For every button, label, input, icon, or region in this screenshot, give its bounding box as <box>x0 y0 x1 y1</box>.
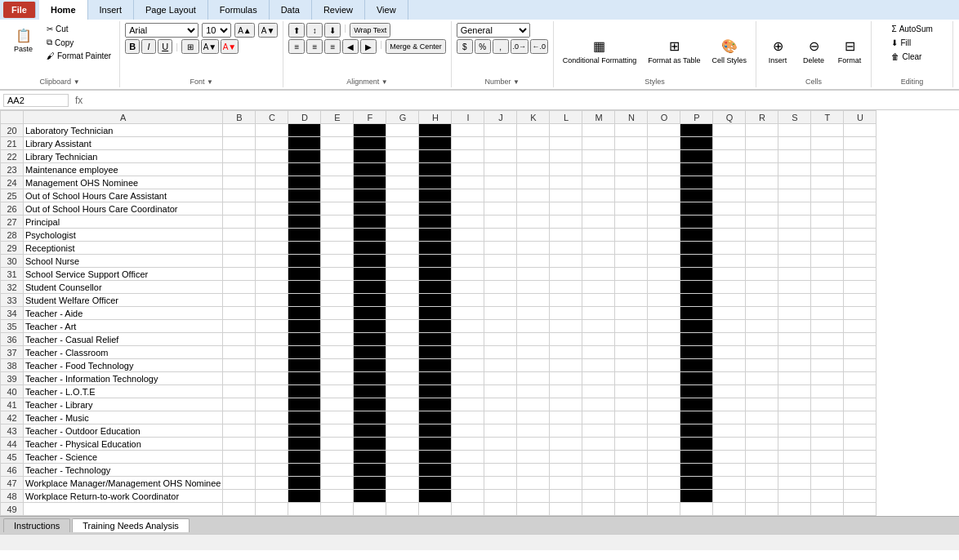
cell-23-m[interactable] <box>582 163 615 176</box>
cell-42-j[interactable] <box>484 411 517 424</box>
cell-45-p[interactable] <box>680 451 713 464</box>
cell-26-g[interactable] <box>386 202 419 216</box>
cell-31-b[interactable] <box>223 268 256 281</box>
cell-37-d[interactable] <box>288 346 321 359</box>
cell-47-u[interactable] <box>844 477 876 490</box>
cell-37-p[interactable] <box>680 346 713 359</box>
cell-48-u[interactable] <box>844 490 876 503</box>
col-header-g[interactable]: G <box>386 111 419 124</box>
cell-27-u[interactable] <box>844 216 876 229</box>
cell-20-q[interactable] <box>713 124 746 137</box>
align-bottom-button[interactable]: ⬇ <box>324 23 341 38</box>
cell-20-s[interactable] <box>778 124 811 137</box>
cell-24-e[interactable] <box>321 176 354 189</box>
cell-24-q[interactable] <box>713 176 746 189</box>
cell-21-l[interactable] <box>550 137 582 150</box>
cell-37-h[interactable] <box>419 346 452 359</box>
cell-31-o[interactable] <box>648 268 680 281</box>
cell-39-t[interactable] <box>811 372 844 385</box>
cell-28-p[interactable] <box>680 229 713 242</box>
clear-button[interactable]: 🗑 Clear <box>888 51 925 63</box>
cell-34-m[interactable] <box>582 307 615 320</box>
cell-40-a[interactable]: Teacher - L.O.T.E <box>24 385 223 398</box>
cell-23-j[interactable] <box>484 163 517 176</box>
cell-37-i[interactable] <box>452 346 484 359</box>
cell-30-h[interactable] <box>419 255 452 268</box>
cell-27-j[interactable] <box>484 216 517 229</box>
cell-30-a[interactable]: School Nurse <box>24 255 223 268</box>
cell-29-m[interactable] <box>582 242 615 255</box>
cell-31-r[interactable] <box>746 268 778 281</box>
cell-47-e[interactable] <box>321 477 354 490</box>
cell-43-m[interactable] <box>582 424 615 438</box>
cell-49-s[interactable] <box>778 503 811 516</box>
cell-36-k[interactable] <box>517 333 550 346</box>
cell-32-i[interactable] <box>452 281 484 294</box>
cell-27-l[interactable] <box>550 216 582 229</box>
cell-47-p[interactable] <box>680 477 713 490</box>
cell-31-q[interactable] <box>713 268 746 281</box>
cell-34-f[interactable] <box>354 307 386 320</box>
cell-35-i[interactable] <box>452 320 484 333</box>
cell-23-t[interactable] <box>811 163 844 176</box>
cell-47-n[interactable] <box>615 477 648 490</box>
cell-49-i[interactable] <box>452 503 484 516</box>
borders-button[interactable]: ⊞ <box>181 39 199 54</box>
row-header-24[interactable]: 24 <box>1 176 24 189</box>
cell-39-k[interactable] <box>517 372 550 385</box>
cell-27-a[interactable]: Principal <box>24 216 223 229</box>
cell-48-l[interactable] <box>550 490 582 503</box>
cell-25-i[interactable] <box>452 189 484 202</box>
cell-21-o[interactable] <box>648 137 680 150</box>
cell-33-q[interactable] <box>713 294 746 307</box>
cell-45-b[interactable] <box>223 451 256 464</box>
cell-21-n[interactable] <box>615 137 648 150</box>
cell-41-j[interactable] <box>484 398 517 411</box>
cell-33-a[interactable]: Student Welfare Officer <box>24 294 223 307</box>
cell-41-t[interactable] <box>811 398 844 411</box>
cell-22-k[interactable] <box>517 150 550 163</box>
cell-47-q[interactable] <box>713 477 746 490</box>
cell-35-c[interactable] <box>256 320 288 333</box>
cell-20-i[interactable] <box>452 124 484 137</box>
cell-32-t[interactable] <box>811 281 844 294</box>
cell-38-u[interactable] <box>844 359 876 372</box>
cell-33-t[interactable] <box>811 294 844 307</box>
cell-32-n[interactable] <box>615 281 648 294</box>
cell-37-f[interactable] <box>354 346 386 359</box>
cell-39-n[interactable] <box>615 372 648 385</box>
cell-35-a[interactable]: Teacher - Art <box>24 320 223 333</box>
cell-24-m[interactable] <box>582 176 615 189</box>
row-header-42[interactable]: 42 <box>1 411 24 424</box>
cell-20-b[interactable] <box>223 124 256 137</box>
cell-43-j[interactable] <box>484 424 517 438</box>
row-header-45[interactable]: 45 <box>1 451 24 464</box>
cell-33-s[interactable] <box>778 294 811 307</box>
cell-28-b[interactable] <box>223 229 256 242</box>
cell-22-i[interactable] <box>452 150 484 163</box>
cell-36-j[interactable] <box>484 333 517 346</box>
cell-44-l[interactable] <box>550 438 582 451</box>
cell-49-c[interactable] <box>256 503 288 516</box>
cell-48-t[interactable] <box>811 490 844 503</box>
row-header-29[interactable]: 29 <box>1 242 24 255</box>
cell-33-u[interactable] <box>844 294 876 307</box>
cell-44-n[interactable] <box>615 438 648 451</box>
cell-35-p[interactable] <box>680 320 713 333</box>
cell-35-r[interactable] <box>746 320 778 333</box>
row-header-40[interactable]: 40 <box>1 385 24 398</box>
cell-31-d[interactable] <box>288 268 321 281</box>
cell-38-i[interactable] <box>452 359 484 372</box>
format-as-table-button[interactable]: ⊞ Format as Table <box>644 34 704 67</box>
cell-31-e[interactable] <box>321 268 354 281</box>
cell-36-a[interactable]: Teacher - Casual Relief <box>24 333 223 346</box>
row-header-20[interactable]: 20 <box>1 124 24 137</box>
cell-39-m[interactable] <box>582 372 615 385</box>
cell-40-b[interactable] <box>223 385 256 398</box>
cell-27-n[interactable] <box>615 216 648 229</box>
cell-35-b[interactable] <box>223 320 256 333</box>
cell-42-b[interactable] <box>223 411 256 424</box>
cell-26-m[interactable] <box>582 202 615 216</box>
cell-42-s[interactable] <box>778 411 811 424</box>
cell-49-b[interactable] <box>223 503 256 516</box>
